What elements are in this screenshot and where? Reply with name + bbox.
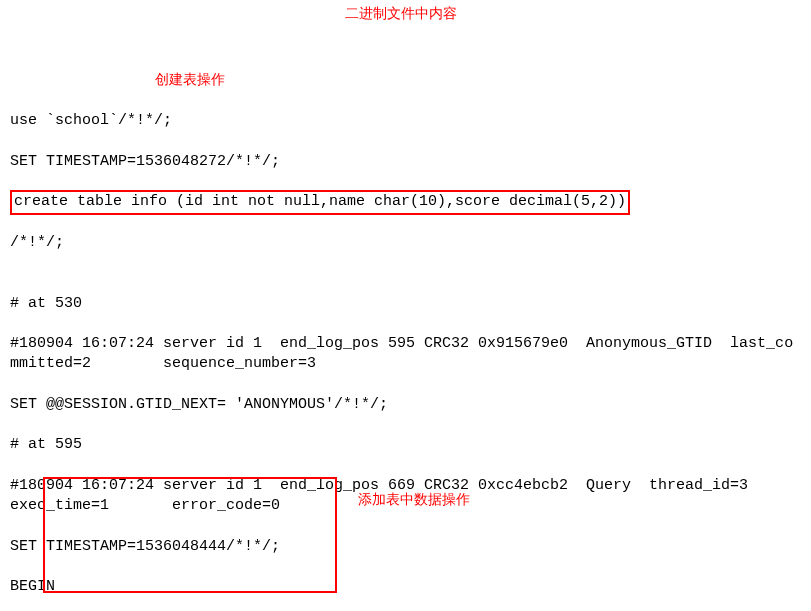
code-line: SET TIMESTAMP=1536048444/*!*/; (10, 537, 801, 557)
code-line: use `school`/*!*/; (10, 111, 801, 131)
code-line: /*!*/; (10, 233, 801, 253)
code-line: SET TIMESTAMP=1536048272/*!*/; (10, 152, 801, 172)
annotation-binary-content: 二进制文件中内容 (345, 4, 457, 23)
code-line-create-table: create table info (id int not null,name … (10, 192, 801, 212)
code-line: #180904 16:07:24 server id 1 end_log_pos… (10, 334, 801, 375)
annotation-insert-data: 添加表中数据操作 (358, 490, 470, 509)
code-line: BEGIN (10, 577, 801, 597)
code-line: # at 530 (10, 294, 801, 314)
code-line: SET @@SESSION.GTID_NEXT= 'ANONYMOUS'/*!*… (10, 395, 801, 415)
highlight-create-table: create table info (id int not null,name … (10, 190, 630, 214)
code-line: # at 595 (10, 435, 801, 455)
annotation-create-table: 创建表操作 (155, 70, 225, 89)
